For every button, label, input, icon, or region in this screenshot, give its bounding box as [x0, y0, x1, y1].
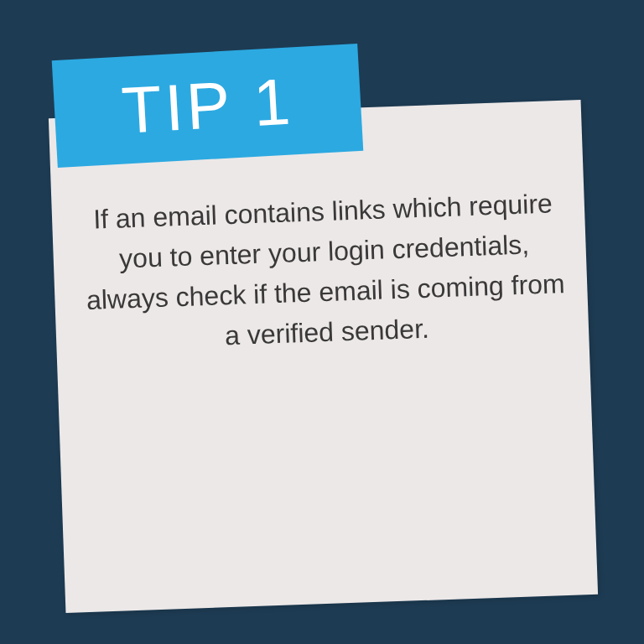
tip-body-text: If an email contains links which require… [81, 183, 569, 361]
tip-badge-label: TIP 1 [120, 63, 296, 148]
tip-badge: TIP 1 [52, 44, 364, 168]
